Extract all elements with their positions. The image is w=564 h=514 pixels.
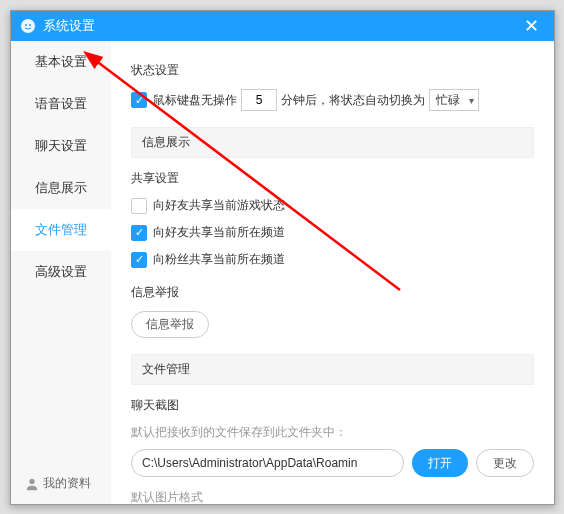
sidebar-item-chat[interactable]: 聊天设置	[11, 125, 111, 167]
sidebar-item-file[interactable]: 文件管理	[11, 209, 111, 251]
share-fans-channel-label: 向粉丝共享当前所在频道	[153, 251, 285, 268]
share-friend-channel-label: 向好友共享当前所在频道	[153, 224, 285, 241]
idle-minutes-input[interactable]	[241, 89, 277, 111]
svg-point-0	[21, 19, 35, 33]
share-game-label: 向好友共享当前游戏状态	[153, 197, 285, 214]
path-row: C:\Users\Administrator\AppData\Roamin 打开…	[131, 449, 534, 477]
main-panel: 状态设置 ✓ 鼠标键盘无操作 分钟后，将状态自动切换为 忙碌 信息展示 共享设置…	[111, 41, 554, 504]
share-fans-channel-checkbox[interactable]: ✓	[131, 252, 147, 268]
share-section-title: 共享设置	[131, 170, 534, 187]
my-profile-link[interactable]: 我的资料	[11, 463, 111, 504]
filemgr-header: 文件管理	[131, 354, 534, 385]
sidebar: 基本设置 语音设置 聊天设置 信息展示 文件管理 高级设置 我的资料	[11, 41, 111, 504]
sidebar-item-basic[interactable]: 基本设置	[11, 41, 111, 83]
svg-point-2	[29, 24, 31, 26]
titlebar: 系统设置 ✕	[11, 11, 554, 41]
sidebar-item-info[interactable]: 信息展示	[11, 167, 111, 209]
report-section-title: 信息举报	[131, 284, 534, 301]
my-profile-label: 我的资料	[43, 475, 91, 492]
info-display-header: 信息展示	[131, 127, 534, 158]
svg-point-3	[29, 478, 34, 483]
share-game-checkbox[interactable]	[131, 198, 147, 214]
idle-status-select[interactable]: 忙碌	[429, 89, 479, 111]
content: 基本设置 语音设置 聊天设置 信息展示 文件管理 高级设置 我的资料 状态设置 …	[11, 41, 554, 504]
imgfmt-title: 默认图片格式	[131, 489, 534, 504]
screenshot-hint: 默认把接收到的文件保存到此文件夹中：	[131, 424, 534, 441]
change-button[interactable]: 更改	[476, 449, 534, 477]
svg-point-1	[25, 24, 27, 26]
path-input[interactable]: C:\Users\Administrator\AppData\Roamin	[131, 449, 404, 477]
idle-row: ✓ 鼠标键盘无操作 分钟后，将状态自动切换为 忙碌	[131, 89, 534, 111]
open-button[interactable]: 打开	[412, 449, 468, 477]
idle-prefix: 鼠标键盘无操作	[153, 92, 237, 109]
settings-window: 系统设置 ✕ 基本设置 语音设置 聊天设置 信息展示 文件管理 高级设置 我的资…	[10, 10, 555, 505]
titlebar-title: 系统设置	[43, 17, 516, 35]
close-button[interactable]: ✕	[516, 11, 546, 41]
app-icon	[19, 17, 37, 35]
sidebar-item-advanced[interactable]: 高级设置	[11, 251, 111, 293]
screenshot-section-title: 聊天截图	[131, 397, 534, 414]
idle-mid: 分钟后，将状态自动切换为	[281, 92, 425, 109]
idle-checkbox[interactable]: ✓	[131, 92, 147, 108]
share-friend-channel-checkbox[interactable]: ✓	[131, 225, 147, 241]
status-section-title: 状态设置	[131, 62, 534, 79]
user-icon	[25, 477, 39, 491]
report-button[interactable]: 信息举报	[131, 311, 209, 338]
sidebar-item-voice[interactable]: 语音设置	[11, 83, 111, 125]
